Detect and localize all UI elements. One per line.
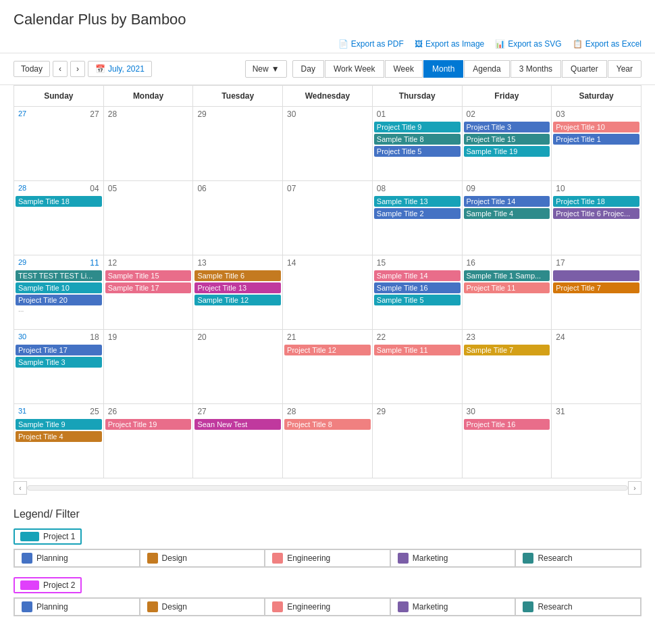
calendar-cell: 28 [103, 107, 193, 181]
event-item[interactable]: Sample Title 2 [374, 208, 461, 219]
export-image-btn[interactable]: 🖼 Export as Image [415, 39, 484, 49]
event-item[interactable]: Sample Title 14 [374, 270, 461, 281]
event-item[interactable]: Sample Title 3 [16, 357, 102, 368]
calendar-cell: 17 Project Title 7 [552, 255, 641, 330]
event-item[interactable]: Project Title 10 [553, 122, 639, 132]
legend-cat-p2-research[interactable]: Research [515, 598, 641, 616]
event-item[interactable]: Sean New Test [194, 419, 281, 430]
event-item[interactable]: Sample Title 9 [16, 419, 102, 430]
calendar-cell: 24 [552, 330, 641, 404]
event-item[interactable]: Project Title 11 [464, 282, 550, 293]
event-item[interactable]: Sample Title 5 [374, 295, 461, 305]
event-item[interactable]: Sample Title 13 [374, 196, 461, 207]
view-year[interactable]: Year [608, 60, 641, 78]
event-item[interactable]: Sample Title 7 [464, 345, 550, 355]
calendar-cell: 15 Sample Title 14 Sample Title 16 Sampl… [372, 255, 462, 330]
scroll-left-btn[interactable]: ‹ [14, 481, 27, 495]
event-item[interactable]: Project Title 20 [16, 295, 102, 305]
event-item[interactable]: Sample Title 19 [464, 146, 550, 157]
view-day[interactable]: Day [292, 60, 324, 78]
event-item[interactable] [553, 270, 639, 281]
today-btn[interactable]: Today [14, 61, 50, 77]
event-item[interactable]: Sample Title 11 [374, 345, 461, 355]
export-svg-btn[interactable]: 📊 Export as SVG [495, 39, 561, 49]
calendar-controls: Today ‹ › 📅 July, 2021 New ▼ Day Work We… [0, 53, 655, 85]
event-item[interactable]: Project Title 4 [16, 431, 102, 442]
event-item[interactable]: Sample Title 18 [16, 196, 102, 207]
legend-cat-p1-marketing[interactable]: Marketing [390, 549, 516, 567]
event-item[interactable]: Sample Title 6 [194, 270, 281, 281]
event-item[interactable]: Project Title 15 [464, 134, 550, 145]
date-label[interactable]: 📅 July, 2021 [88, 61, 152, 77]
view-agenda[interactable]: Agenda [464, 60, 509, 78]
event-item[interactable]: Project Title 19 [105, 419, 192, 430]
event-item[interactable]: Sample Title 15 [105, 270, 192, 281]
legend-cat-p2-marketing[interactable]: Marketing [390, 598, 516, 616]
project2-color-badge [20, 580, 39, 590]
new-btn[interactable]: New ▼ [245, 60, 287, 78]
view-quarter[interactable]: Quarter [562, 60, 607, 78]
svg-icon: 📊 [495, 39, 505, 49]
event-item[interactable]: Project Title 5 [374, 146, 461, 157]
calendar-cell: 14 [283, 255, 373, 330]
event-item[interactable]: Project Title 7 [553, 282, 639, 293]
col-monday: Monday [103, 86, 193, 107]
calendar-cell: 16 Sample Title 1 Samp... Project Title … [462, 255, 552, 330]
event-item[interactable]: Project Title 12 [284, 345, 371, 355]
calendar-cell: 23 Sample Title 7 [462, 330, 552, 404]
legend-cat-p1-planning[interactable]: Planning [14, 549, 140, 567]
col-thursday: Thursday [372, 86, 462, 107]
calendar-cell: 12 Sample Title 15 Sample Title 17 [103, 255, 193, 330]
event-item[interactable]: Sample Title 12 [194, 295, 281, 305]
event-item[interactable]: Project Title 13 [194, 282, 281, 293]
scrollbar-row: ‹ › [0, 478, 655, 497]
export-pdf-btn[interactable]: 📄 Export as PDF [338, 39, 404, 49]
legend-cat-p1-design[interactable]: Design [140, 549, 265, 567]
event-item[interactable]: Project Title 3 [464, 122, 550, 132]
event-item[interactable]: Project Title 18 [553, 196, 639, 207]
legend-cat-p1-engineering[interactable]: Engineering [265, 549, 390, 567]
view-month[interactable]: Month [423, 60, 463, 78]
prev-btn[interactable]: ‹ [53, 61, 68, 77]
view-3months[interactable]: 3 Months [510, 60, 561, 78]
event-item[interactable]: Project Title 9 [374, 122, 461, 132]
calendar-cell: 03 Project Title 10 Project Title 1 [552, 107, 641, 181]
legend-title: Legend/ Filter [14, 508, 641, 520]
export-excel-btn[interactable]: 📋 Export as Excel [573, 39, 641, 49]
table-row: 3125 Sample Title 9 Project Title 4 26 P… [14, 404, 641, 478]
event-item[interactable]: Sample Title 1 Samp... [464, 270, 550, 281]
pdf-icon: 📄 [338, 39, 348, 49]
table-row: 2911 TEST TEST TEST Li... Sample Title 1… [14, 255, 641, 330]
event-item[interactable]: Sample Title 17 [105, 282, 192, 293]
nav-group: Today ‹ › 📅 July, 2021 [14, 61, 152, 77]
calendar-icon: 📅 [95, 64, 105, 74]
event-item[interactable]: Sample Title 4 [464, 208, 550, 219]
scroll-right-btn[interactable]: › [628, 481, 641, 495]
app-title: Calendar Plus by Bamboo [0, 0, 655, 35]
legend: Legend/ Filter Project 1 Planning Design… [0, 497, 655, 637]
event-item[interactable]: Sample Title 8 [374, 134, 461, 145]
event-item[interactable]: Project Title 1 [553, 134, 639, 145]
event-item[interactable]: Project Title 16 [464, 419, 550, 430]
calendar-cell: 09 Project Title 14 Sample Title 4 [462, 181, 552, 255]
calendar-cell: 07 [283, 181, 373, 255]
event-item[interactable]: Project Title 8 [284, 419, 371, 430]
view-week[interactable]: Week [385, 60, 423, 78]
project1-label: Project 1 [43, 532, 75, 541]
event-item[interactable]: Sample Title 16 [374, 282, 461, 293]
legend-cat-p2-engineering[interactable]: Engineering [265, 598, 390, 616]
event-item[interactable]: Project Title 14 [464, 196, 550, 207]
next-btn[interactable]: › [70, 61, 85, 77]
legend-cat-p2-design[interactable]: Design [140, 598, 265, 616]
event-item[interactable]: Project Title 6 Projec... [553, 208, 639, 219]
legend-cat-p2-planning[interactable]: Planning [14, 598, 140, 616]
event-item[interactable]: Project Title 17 [16, 345, 102, 355]
scrollbar-track[interactable] [27, 485, 628, 491]
event-item[interactable]: Sample Title 10 [16, 282, 102, 293]
legend-cat-p1-research[interactable]: Research [515, 549, 641, 567]
event-item[interactable]: TEST TEST TEST Li... [16, 270, 102, 281]
calendar-cell: 29 [372, 404, 462, 478]
calendar-cell: 3018 Project Title 17 Sample Title 3 [14, 330, 104, 404]
view-workweek[interactable]: Work Week [325, 60, 384, 78]
table-row: 3018 Project Title 17 Sample Title 3 19 … [14, 330, 641, 404]
